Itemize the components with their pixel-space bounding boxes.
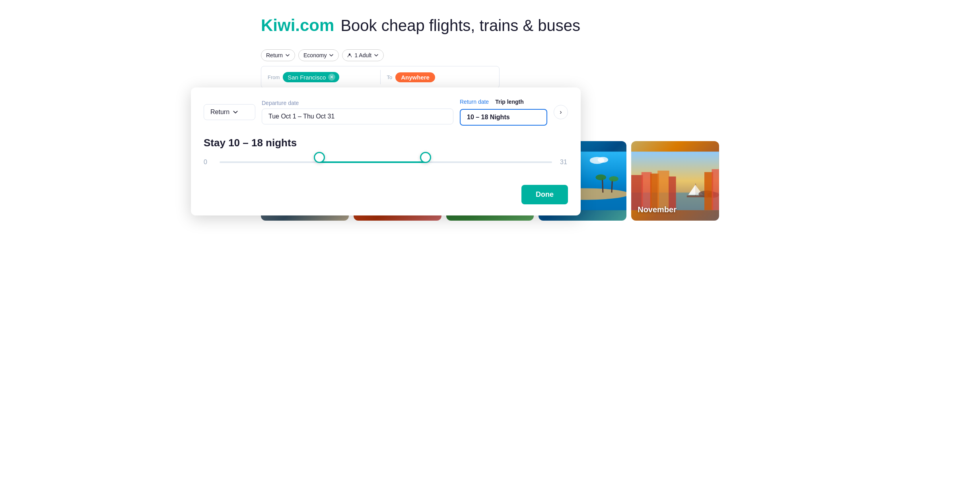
date-range-text: Tue Oct 1 – Thu Oct 31 (268, 113, 334, 120)
slider-max-label: 31 (560, 159, 568, 166)
economy-label: Economy (303, 52, 327, 58)
card-november[interactable]: November (631, 141, 719, 221)
departure-date-label: Departure date (262, 100, 453, 106)
passengers-icon (347, 53, 352, 58)
slider-min-label: 0 (204, 159, 212, 166)
nights-field[interactable]: 10 – 18 Nights (460, 109, 547, 126)
anywhere-chip[interactable]: Anywhere (395, 72, 435, 82)
economy-dropdown[interactable]: Economy (298, 49, 339, 61)
return-label: Return (266, 52, 283, 58)
svg-rect-57 (657, 171, 669, 210)
calendar-overlay: Return Departure date Tue Oct 1 – Thu Oc… (191, 87, 581, 215)
done-button[interactable]: Done (521, 185, 568, 204)
calendar-mode-label: Return (210, 109, 229, 116)
svg-rect-55 (642, 172, 652, 210)
search-bar: From San Francisco ✕ To Anywhere (261, 66, 500, 88)
slider-container: 0 31 (204, 159, 568, 166)
card-november-label: November (638, 205, 677, 214)
search-controls: Return Economy 1 Adult (261, 49, 719, 61)
from-location-text: San Francisco (288, 74, 326, 81)
date-range-field[interactable]: Tue Oct 1 – Thu Oct 31 (262, 109, 453, 124)
slider-thumb-right[interactable] (420, 152, 431, 163)
from-location-close[interactable]: ✕ (328, 74, 335, 81)
passengers-label: 1 Adult (354, 52, 371, 58)
chevron-down-icon-3 (374, 53, 379, 58)
page-wrapper: Kiwi.com Book cheap flights, trains & bu… (245, 0, 735, 221)
svg-line-48 (612, 179, 612, 192)
chevron-down-icon-4 (233, 109, 238, 115)
calendar-next-btn[interactable]: › (554, 105, 568, 119)
header-logo: Kiwi.com Book cheap flights, trains & bu… (261, 16, 719, 35)
done-row: Done (204, 185, 568, 204)
from-field[interactable]: From San Francisco ✕ (261, 66, 380, 88)
slider-track (220, 161, 552, 163)
svg-point-0 (349, 54, 351, 56)
chevron-down-icon-2 (329, 53, 334, 58)
to-field[interactable]: To Anywhere (381, 67, 500, 88)
slider-track-wrapper[interactable] (220, 161, 552, 163)
from-location-chip[interactable]: San Francisco ✕ (283, 72, 339, 82)
trip-length-label: Trip length (495, 99, 524, 107)
svg-point-51 (598, 157, 608, 163)
slider-fill (319, 161, 426, 163)
from-label: From (268, 74, 280, 80)
nights-range-text: 10 – 18 Nights (467, 114, 510, 120)
svg-rect-66 (712, 169, 719, 210)
svg-point-47 (596, 175, 606, 180)
stay-title: Stay 10 – 18 nights (204, 137, 568, 149)
to-label: To (387, 74, 393, 80)
passengers-dropdown[interactable]: 1 Adult (342, 49, 384, 61)
calendar-return-dropdown[interactable]: Return (204, 104, 255, 120)
svg-point-49 (609, 176, 619, 181)
brand-name: Kiwi.com (261, 16, 334, 35)
brand-tagline: Book cheap flights, trains & buses (340, 17, 580, 35)
to-location-text: Anywhere (401, 74, 430, 81)
slider-thumb-left[interactable] (314, 152, 325, 163)
return-date-label: Return date (460, 99, 489, 105)
stay-section: Stay 10 – 18 nights 0 31 (204, 134, 568, 178)
return-dropdown[interactable]: Return (261, 49, 295, 61)
chevron-down-icon (285, 53, 290, 58)
